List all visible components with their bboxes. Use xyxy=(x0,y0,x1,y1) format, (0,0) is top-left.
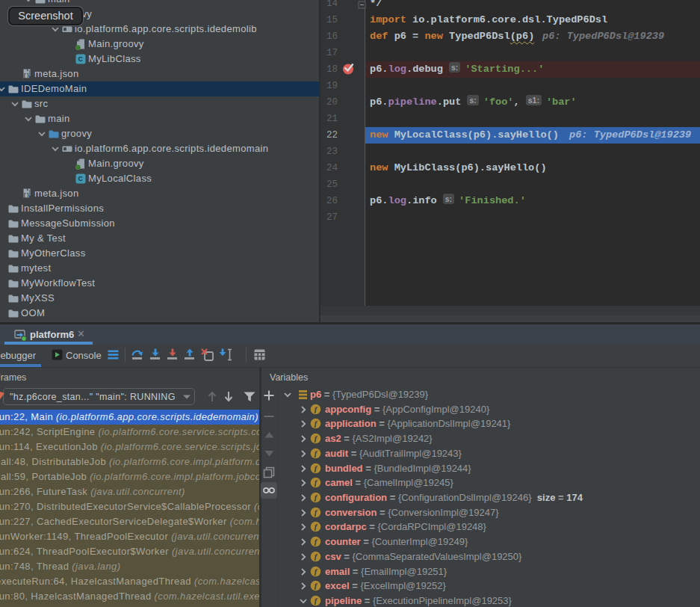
svg-text:G: G xyxy=(76,45,80,50)
svg-text:{}: {} xyxy=(23,73,30,78)
svg-text:C: C xyxy=(78,55,84,63)
svg-text:C: C xyxy=(78,175,84,182)
svg-text:{}: {} xyxy=(23,192,30,198)
svg-text:G: G xyxy=(76,164,80,170)
